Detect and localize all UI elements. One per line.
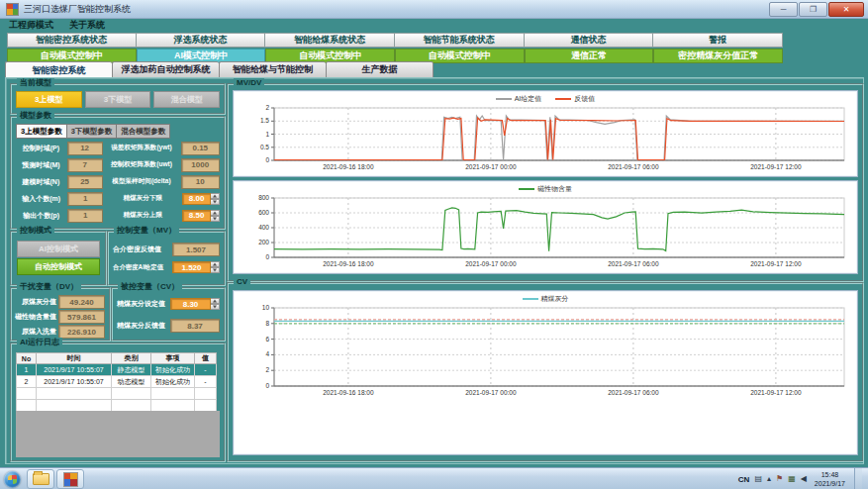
spinner-buttons[interactable] [211,298,220,310]
show-hidden-icons-icon[interactable]: ▴ [767,475,771,483]
close-button[interactable]: ✕ [828,2,864,17]
svg-text:2021-09-17 12:00: 2021-09-17 12:00 [750,163,802,170]
log-col-value: 值 [195,353,217,364]
svg-text:0: 0 [265,382,269,389]
legend-item: 磁性物含量 [519,184,572,194]
taskbar-app-button[interactable] [56,469,84,489]
group-title: 控制变量（MV） [114,226,179,236]
svg-text:2021-09-17 00:00: 2021-09-17 00:00 [465,163,517,170]
magnetic-content-label: 磁性物含量值 [15,312,56,322]
menu-item-engineer-mode[interactable]: 工程师模式 [9,19,53,32]
model-mixed-button[interactable]: 混合模型 [153,91,220,108]
keyboard-icon[interactable]: ▤ [754,475,762,483]
clean-ash-setpoint-spinner[interactable]: 8.30 [170,298,220,310]
model-params-tabs: 3上模型参数 3下模型参数 混合模型参数 [16,124,170,139]
svg-text:2: 2 [265,366,269,373]
param-label: 输入个数(m) [17,194,65,204]
group-title: 干扰变量（DV） [17,282,81,292]
param-label: 控制时域(P) [17,144,65,153]
svg-text:2021-09-17 12:00: 2021-09-17 12:00 [750,260,802,267]
model-3-lower-button[interactable]: 3下模型 [85,91,151,108]
cv-group: 被控变量（CV） 精煤灰分设定值 8.30 精煤灰分反馈值 8.37 [111,287,226,342]
spinner-buttons[interactable] [211,261,220,273]
menu-bar: 工程师模式 关于系统 [0,18,868,32]
density-feedback-field: 1.507 [172,243,220,256]
status-col-energy-saving: 智能节能系统状态 自动模式控制中 [395,33,525,63]
params-tab-3-upper[interactable]: 3上模型参数 [16,124,66,139]
taskbar-explorer-button[interactable] [27,469,54,489]
tray-date: 2021/9/17 [815,480,845,487]
svg-text:2021-09-16 18:00: 2021-09-16 18:00 [323,163,374,170]
system-tray: CN ▤ ▴ ⚑ ▦ ◀ 15:48 2021/9/17 [738,468,868,489]
language-indicator[interactable]: CN [738,475,750,484]
action-center-icon[interactable]: ⚑ [776,475,783,483]
menu-item-about-system[interactable]: 关于系统 [69,19,105,32]
predict-horizon-field: 7 [67,158,103,172]
mv-group: 控制变量（MV） 合介密度反馈值 1.507 合介密度AI给定值 1.520 [107,231,226,286]
legend-label: 反馈值 [574,94,595,104]
spinner-buttons[interactable] [211,193,220,205]
legend-label: 磁性物含量 [537,184,572,194]
maximize-button[interactable]: ❐ [799,2,827,17]
start-button[interactable] [4,471,21,488]
svg-text:2021-09-17 00:00: 2021-09-17 00:00 [465,389,517,396]
tab-coal-feed-energy-control[interactable]: 智能给煤与节能控制 [219,61,326,78]
raw-coal-feed-field: 226.910 [58,325,105,339]
svg-text:2: 2 [265,105,269,111]
svg-text:0: 0 [265,253,269,260]
model-3-upper-button[interactable]: 3上模型 [16,91,82,108]
magnetic-content-chart: 磁性物含量 02004006008002021-09-16 18:002021-… [233,180,858,274]
tab-flotation-dosing-system[interactable]: 浮选加药自动控制系统 [112,61,219,78]
raw-ash-label: 原煤灰分值 [15,297,56,307]
params-tab-mixed[interactable]: 混合模型参数 [116,124,170,139]
svg-text:4: 4 [265,350,269,357]
svg-text:1.5: 1.5 [260,117,269,124]
tray-clock[interactable]: 15:48 2021/9/17 [812,470,845,488]
params-tab-3-lower[interactable]: 3下模型参数 [66,124,117,139]
show-desktop-button[interactable] [854,468,862,489]
input-count-field: 1 [67,192,103,206]
tray-time: 15:48 [821,471,839,478]
legend-swatch [555,98,571,100]
screen: 三河口选煤厂智能控制系统 ─ ❐ ✕ 工程师模式 关于系统 智能密控系统状态 自… [0,0,868,489]
density-ai-setpoint-spinner[interactable]: 1.520 [172,261,220,273]
status-col-communication: 通信状态 通信正常 [525,33,654,63]
speaker-icon[interactable]: ◀ [801,475,807,483]
chart-legend: AI给定值反馈值 [234,93,857,104]
group-title: AI运行日志 [17,338,62,347]
model-horizon-field: 25 [67,175,103,189]
log-row-1[interactable]: 12021/9/17 10:55:07 静态模型初始化成功 - [17,364,217,376]
spinner-buttons[interactable] [211,210,220,222]
status-value: 密控精煤灰分值正常 [653,49,783,63]
ai-control-mode-button[interactable]: AI控制模式 [17,241,100,257]
tab-production-data[interactable]: 生产数据 [326,61,434,78]
group-title: 被控变量（CV） [118,282,182,292]
auto-control-mode-button[interactable]: 自动控制模式 [17,258,100,275]
param-label: 建模时域(N) [17,177,65,187]
legend-label: 精煤灰分 [541,294,569,304]
status-header: 警报 [653,33,783,48]
ash-upper-limit-spinner[interactable]: 8.50 [182,210,220,222]
svg-text:2021-09-16 18:00: 2021-09-16 18:00 [323,260,374,267]
chart-legend: 精煤灰分 [234,293,857,304]
tab-density-control-system[interactable]: 智能密控系统 [5,61,112,78]
ash-lower-limit-spinner[interactable]: 8.00 [182,193,220,205]
svg-text:2021-09-16 18:00: 2021-09-16 18:00 [323,389,374,396]
legend-swatch [523,298,538,300]
status-header: 智能给煤系统状态 [265,33,395,48]
svg-text:2021-09-17 06:00: 2021-09-17 06:00 [608,163,659,170]
network-icon[interactable]: ▦ [788,475,796,483]
raw-ash-field: 49.240 [58,295,105,309]
log-row-2[interactable]: 22021/9/17 10:55:07 动态模型初始化成功 - [17,376,217,388]
clean-ash-setpoint-label: 精煤灰分设定值 [117,299,168,309]
control-horizon-field: 12 [67,142,103,155]
clean-ash-feedback-label: 精煤灰分反馈值 [117,321,168,331]
chart-svg: 02004006008002021-09-16 18:002021-09-17 … [239,195,852,270]
minimize-button[interactable]: ─ [769,2,798,17]
param-label: 误差权矩阵系数(ywt) [105,144,179,152]
group-title: 模型参数 [17,111,54,121]
chart-plot-area: 00.511.522021-09-16 18:002021-09-17 00:0… [239,105,852,173]
legend-swatch [496,98,512,100]
status-header: 智能节能系统状态 [395,33,525,48]
system-status-grid: 智能密控系统状态 自动模式控制中 浮选系统状态 AI模式控制中 智能给煤系统状态… [7,33,783,63]
